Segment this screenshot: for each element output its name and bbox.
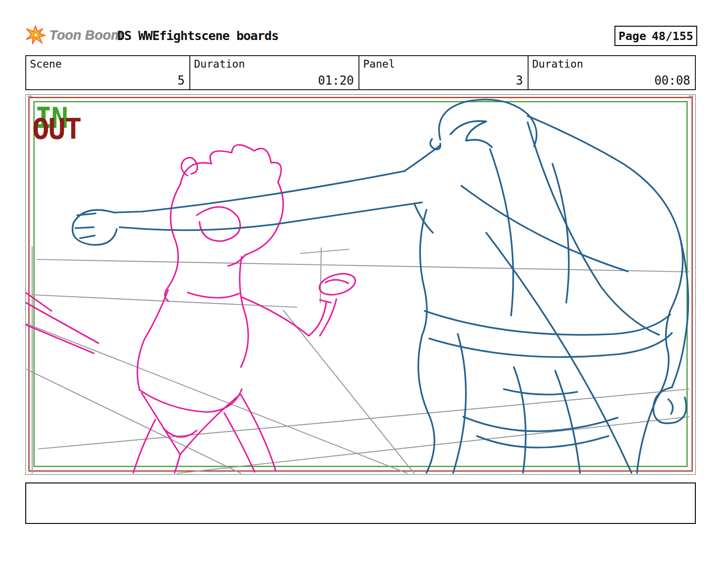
floor-lines <box>27 247 689 473</box>
scene-value: 5 <box>177 74 185 87</box>
info-cell-scene-duration: Duration 01:20 <box>189 56 358 89</box>
document-title: DS WWEfightscene boards <box>117 29 279 43</box>
panel-label: Panel <box>363 58 395 70</box>
panel-duration-value: 00:08 <box>654 74 690 87</box>
storyboard-sketch <box>26 95 695 474</box>
info-cell-panel: Panel 3 <box>358 56 528 89</box>
pink-wrestler-sketch <box>26 145 358 473</box>
camera-out-frame <box>29 98 692 471</box>
toonboom-logo: Toon Boom <box>25 25 123 45</box>
camera-in-frame <box>34 102 687 466</box>
caption-box <box>25 483 696 524</box>
camera-out-label: OUT <box>32 115 81 144</box>
panel-info-table: Scene 5 Duration 01:20 Panel 3 Duration … <box>25 55 696 90</box>
page-value: 48/155 <box>652 29 693 43</box>
scene-label: Scene <box>30 58 62 70</box>
storyboard-drawing-panel: IN OUT <box>25 94 696 475</box>
info-cell-scene: Scene 5 <box>26 56 189 89</box>
scene-duration-value: 01:20 <box>318 74 354 87</box>
toonboom-logo-icon <box>25 25 46 45</box>
scene-duration-label: Duration <box>194 58 245 70</box>
logo-text: Toon Boom <box>49 28 123 43</box>
page-number-box: Page 48/155 <box>614 26 697 46</box>
panel-value: 3 <box>516 74 523 87</box>
blue-wrestler-sketch <box>73 100 688 473</box>
page-label: Page <box>619 29 646 43</box>
info-cell-panel-duration: Duration 00:08 <box>528 56 695 89</box>
panel-duration-label: Duration <box>532 58 583 70</box>
storyboard-page: Toon Boom DS WWEfightscene boards Page 4… <box>0 0 728 563</box>
